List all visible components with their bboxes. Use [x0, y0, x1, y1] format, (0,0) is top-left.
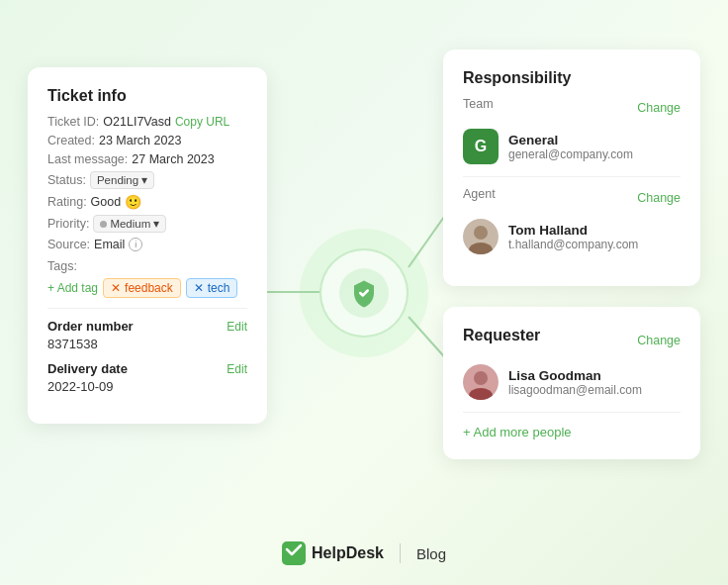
team-name: General — [508, 133, 681, 147]
helpdesk-logo: HelpDesk — [282, 541, 384, 565]
ticket-id-row: Ticket ID: O21LI7Vasd Copy URL — [47, 115, 247, 129]
main-container: Ticket info Ticket ID: O21LI7Vasd Copy U… — [0, 0, 728, 585]
ticket-info-card: Ticket info Ticket ID: O21LI7Vasd Copy U… — [28, 67, 267, 424]
footer-divider — [400, 543, 401, 563]
tag-feedback[interactable]: ✕ feedback — [103, 278, 181, 298]
created-row: Created: 23 March 2023 — [47, 134, 247, 147]
rating-emoji-icon: 🙂 — [125, 194, 141, 210]
helpdesk-logo-icon — [282, 541, 306, 565]
last-message-row: Last message: 27 March 2023 — [47, 152, 247, 166]
svg-point-4 — [474, 226, 488, 240]
agent-section-header: Agent Change — [463, 187, 681, 209]
shield-circle — [319, 248, 409, 338]
order-number-value: 8371538 — [47, 337, 247, 351]
created-label: Created: — [47, 134, 95, 147]
delivery-date-value: 2022-10-09 — [47, 379, 247, 394]
requester-row: Lisa Goodman lisagoodman@email.com — [463, 364, 681, 400]
blog-link[interactable]: Blog — [416, 545, 446, 562]
add-tag-button[interactable]: + Add tag — [47, 281, 98, 295]
rating-value: Good — [91, 195, 122, 209]
copy-url-link[interactable]: Copy URL — [175, 115, 229, 129]
priority-chevron-icon: ▾ — [153, 217, 159, 231]
helpdesk-logo-text: HelpDesk — [312, 544, 384, 562]
priority-badge[interactable]: Medium ▾ — [93, 215, 166, 233]
status-value: Pending — [97, 174, 138, 186]
order-number-edit[interactable]: Edit — [227, 320, 247, 334]
status-chevron-icon: ▾ — [141, 173, 147, 187]
delivery-date-edit[interactable]: Edit — [227, 362, 247, 376]
team-section-header: Team Change — [463, 97, 681, 119]
priority-value: Medium — [110, 218, 150, 230]
created-value: 23 March 2023 — [99, 134, 181, 147]
responsibility-title: Responsibility — [463, 69, 681, 87]
requester-info: Lisa Goodman lisagoodman@email.com — [508, 368, 681, 397]
tags-label: Tags: — [47, 259, 247, 273]
responsibility-card: Responsibility Team Change G General gen… — [443, 49, 700, 286]
status-row: Status: Pending ▾ — [47, 171, 247, 189]
agent-label: Agent — [463, 187, 496, 201]
shield-icon — [339, 268, 389, 318]
team-info: General general@company.com — [508, 133, 681, 161]
source-info: Email i — [94, 238, 142, 251]
team-avatar: G — [463, 129, 499, 164]
ticket-id-value: O21LI7Vasd — [103, 115, 171, 129]
agent-email: t.halland@company.com — [508, 238, 681, 251]
priority-label: Priority: — [47, 217, 89, 231]
agent-avatar — [463, 219, 499, 254]
order-number-header: Order number Edit — [47, 319, 247, 334]
delivery-date-header: Delivery date Edit — [47, 361, 247, 376]
agent-change-button[interactable]: Change — [637, 191, 681, 205]
priority-row: Priority: Medium ▾ — [47, 215, 247, 233]
status-badge[interactable]: Pending ▾ — [90, 171, 154, 189]
source-value: Email — [94, 238, 125, 251]
team-label: Team — [463, 97, 494, 111]
add-more-people-button[interactable]: + Add more people — [463, 412, 681, 439]
ticket-id-label: Ticket ID: — [47, 115, 99, 129]
tag-x-feedback-icon: ✕ — [111, 281, 121, 295]
requester-section-header: Requester Change — [463, 327, 681, 354]
source-row: Source: Email i — [47, 238, 247, 251]
delivery-date-label: Delivery date — [47, 361, 128, 376]
agent-name: Tom Halland — [508, 223, 681, 238]
team-change-button[interactable]: Change — [637, 101, 681, 115]
status-label: Status: — [47, 173, 86, 187]
agent-info: Tom Halland t.halland@company.com — [508, 223, 681, 251]
requester-change-button[interactable]: Change — [637, 334, 681, 347]
tag-tech-label: tech — [208, 281, 230, 295]
requester-email: lisagoodman@email.com — [508, 383, 681, 397]
source-info-icon[interactable]: i — [129, 238, 142, 251]
rating-label: Rating: — [47, 195, 87, 209]
team-email: general@company.com — [508, 147, 681, 161]
tag-feedback-label: feedback — [125, 281, 173, 295]
last-message-value: 27 March 2023 — [132, 152, 214, 166]
agent-row: Tom Halland t.halland@company.com — [463, 219, 681, 254]
requester-title: Requester — [463, 327, 540, 344]
source-label: Source: — [47, 238, 90, 251]
tags-section: Tags: + Add tag ✕ feedback ✕ tech — [47, 259, 247, 298]
requester-card: Requester Change Lisa Goodman lisagoodma… — [443, 307, 700, 459]
last-message-label: Last message: — [47, 152, 128, 166]
rating-row: Rating: Good 🙂 — [47, 194, 247, 210]
ticket-card-title: Ticket info — [47, 87, 247, 105]
team-avatar-letter: G — [475, 138, 487, 155]
resp-divider — [463, 176, 681, 177]
requester-avatar — [463, 364, 499, 400]
team-row: G General general@company.com — [463, 129, 681, 164]
tag-tech[interactable]: ✕ tech — [186, 278, 238, 298]
requester-name: Lisa Goodman — [508, 368, 681, 383]
tag-x-tech-icon: ✕ — [194, 281, 204, 295]
svg-point-7 — [474, 371, 488, 385]
order-number-section: Order number Edit 8371538 — [47, 319, 247, 351]
delivery-date-section: Delivery date Edit 2022-10-09 — [47, 361, 247, 394]
divider-1 — [47, 308, 247, 309]
priority-dot-icon — [100, 221, 107, 228]
order-number-label: Order number — [47, 319, 134, 334]
footer: HelpDesk Blog — [282, 541, 446, 565]
tags-row: + Add tag ✕ feedback ✕ tech — [47, 278, 247, 298]
